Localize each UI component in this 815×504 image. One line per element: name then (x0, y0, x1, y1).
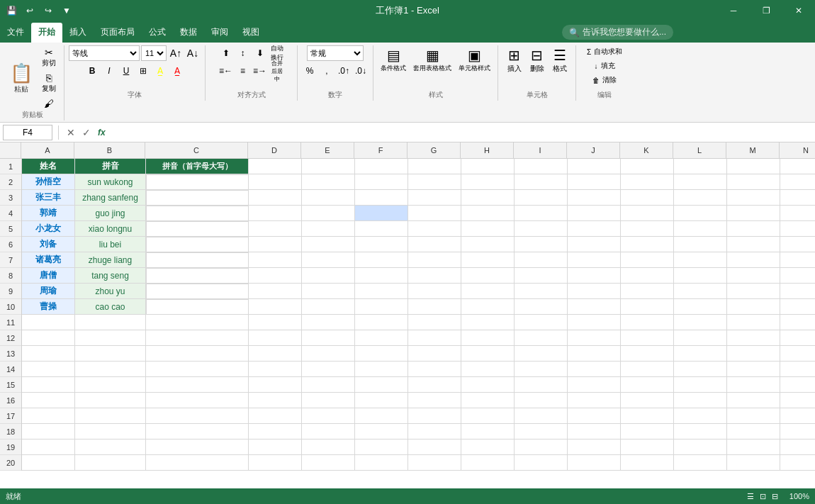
cell-r4-c9[interactable] (515, 206, 568, 221)
cell-r10-c10[interactable] (568, 299, 621, 315)
cell-r17-c5[interactable] (302, 408, 355, 424)
customize-btn[interactable]: ▼ (58, 2, 75, 19)
cell-r14-c3[interactable] (146, 362, 249, 377)
cell-r19-c14[interactable] (780, 439, 815, 455)
col-header-i[interactable]: I (514, 142, 567, 158)
cell-r19-c3[interactable] (146, 439, 249, 455)
cell-r7-c3[interactable] (146, 252, 249, 268)
cell-r14-c1[interactable] (22, 362, 75, 377)
cell-r6-c3[interactable] (146, 237, 249, 252)
cell-r4-c13[interactable] (727, 206, 780, 221)
cell-r8-c13[interactable] (727, 268, 780, 284)
col-header-l[interactable]: L (673, 142, 726, 158)
save-btn[interactable]: 💾 (3, 2, 20, 19)
cell-r15-c3[interactable] (146, 377, 249, 393)
cell-r7-c9[interactable] (515, 252, 568, 268)
cell-r5-c9[interactable] (515, 221, 568, 237)
cell-r9-c10[interactable] (568, 284, 621, 299)
align-center-btn[interactable]: ≡ (235, 63, 251, 79)
cell-r7-c13[interactable] (727, 252, 780, 268)
cell-r20-c6[interactable] (355, 455, 408, 471)
align-middle-btn[interactable]: ↕ (235, 45, 251, 61)
cell-r16-c8[interactable] (461, 393, 515, 408)
menu-insert[interactable]: 插入 (62, 23, 94, 43)
cell-r13-c6[interactable] (355, 346, 408, 362)
cell-r3-c14[interactable] (780, 190, 815, 206)
menu-data[interactable]: 数据 (173, 23, 204, 43)
cell-r7-c1[interactable]: 诸葛亮 (22, 252, 75, 268)
cell-r1-c12[interactable] (674, 159, 727, 174)
sheet-page-layout-view[interactable]: ⊡ (760, 492, 766, 501)
cell-r1-c3[interactable]: 拼音（首字母大写） (146, 159, 249, 174)
cell-r1-c6[interactable] (355, 159, 408, 174)
cell-r17-c10[interactable] (568, 408, 621, 424)
cell-r6-c7[interactable] (408, 237, 461, 252)
cell-r11-c7[interactable] (408, 315, 461, 330)
cell-r6-c9[interactable] (515, 237, 568, 252)
cell-r17-c8[interactable] (461, 408, 515, 424)
cell-r1-c4[interactable] (249, 159, 302, 174)
font-decrease-btn[interactable]: A↓ (185, 45, 201, 61)
cell-r7-c7[interactable] (408, 252, 461, 268)
cell-r5-c10[interactable] (568, 221, 621, 237)
cell-r16-c2[interactable] (75, 393, 146, 408)
cell-r8-c8[interactable] (461, 268, 515, 284)
cell-r17-c2[interactable] (75, 408, 146, 424)
cell-r3-c13[interactable] (727, 190, 780, 206)
col-header-k[interactable]: K (620, 142, 673, 158)
cell-r2-c4[interactable] (249, 174, 302, 190)
cell-r18-c8[interactable] (461, 424, 515, 439)
cell-r8-c7[interactable] (408, 268, 461, 284)
cell-r2-c6[interactable] (355, 174, 408, 190)
formula-confirm-btn[interactable]: ✓ (80, 127, 93, 138)
cell-r8-c6[interactable] (355, 268, 408, 284)
cell-r8-c4[interactable] (249, 268, 302, 284)
cell-r14-c14[interactable] (780, 362, 815, 377)
undo-btn[interactable]: ↩ (21, 2, 38, 19)
cell-r12-c3[interactable] (146, 330, 249, 346)
cell-r9-c2[interactable]: zhou yu (75, 284, 146, 299)
cell-r12-c7[interactable] (408, 330, 461, 346)
cell-r8-c14[interactable] (780, 268, 815, 284)
cell-r10-c8[interactable] (461, 299, 515, 315)
cell-r6-c11[interactable] (621, 237, 674, 252)
cell-r4-c5[interactable] (302, 206, 355, 221)
cell-r6-c14[interactable] (780, 237, 815, 252)
cell-r3-c3[interactable] (146, 190, 249, 206)
col-header-j[interactable]: J (567, 142, 620, 158)
fill-color-btn[interactable]: A̲ (152, 63, 168, 79)
cell-r6-c8[interactable] (461, 237, 515, 252)
row-num-3[interactable]: 3 (0, 190, 21, 206)
cell-r2-c12[interactable] (674, 174, 727, 190)
cell-r12-c5[interactable] (302, 330, 355, 346)
italic-btn[interactable]: I (101, 63, 117, 79)
cell-r4-c12[interactable] (674, 206, 727, 221)
cell-r11-c9[interactable] (515, 315, 568, 330)
cell-r1-c9[interactable] (515, 159, 568, 174)
cell-r14-c10[interactable] (568, 362, 621, 377)
cell-r9-c14[interactable] (780, 284, 815, 299)
row-num-17[interactable]: 17 (0, 408, 21, 424)
cell-r5-c8[interactable] (461, 221, 515, 237)
menu-formulas[interactable]: 公式 (142, 23, 173, 43)
font-color-btn[interactable]: A̲ (169, 63, 185, 79)
cell-r12-c4[interactable] (249, 330, 302, 346)
cell-r19-c1[interactable] (22, 439, 75, 455)
cell-r13-c2[interactable] (75, 346, 146, 362)
row-num-7[interactable]: 7 (0, 252, 21, 268)
formula-cancel-btn[interactable]: ✕ (64, 127, 77, 138)
cell-r10-c7[interactable] (408, 299, 461, 315)
cell-r18-c11[interactable] (621, 424, 674, 439)
cell-r7-c12[interactable] (674, 252, 727, 268)
cell-r16-c7[interactable] (408, 393, 461, 408)
align-right-btn[interactable]: ≡→ (252, 63, 268, 79)
cell-r12-c8[interactable] (461, 330, 515, 346)
cell-r2-c8[interactable] (461, 174, 515, 190)
row-num-2[interactable]: 2 (0, 174, 21, 190)
comma-btn[interactable]: , (319, 63, 335, 79)
cell-r15-c1[interactable] (22, 377, 75, 393)
cell-r4-c6[interactable] (355, 206, 408, 221)
cell-r12-c12[interactable] (674, 330, 727, 346)
row-num-9[interactable]: 9 (0, 284, 21, 299)
cell-r14-c9[interactable] (515, 362, 568, 377)
